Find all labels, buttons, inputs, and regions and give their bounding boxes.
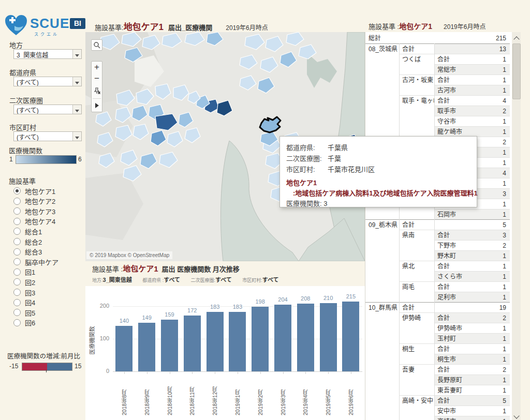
radio-icon[interactable] bbox=[13, 228, 21, 235]
radio-icon[interactable] bbox=[13, 268, 21, 276]
bar-2019年1月[interactable] bbox=[229, 312, 246, 371]
table-row[interactable]: 古河市1 bbox=[365, 85, 512, 95]
table-row[interactable]: 石岡市1 bbox=[365, 209, 512, 219]
table-row[interactable]: つくば合計1 bbox=[365, 54, 512, 64]
radio-option-脳卒中ケア[interactable]: 脳卒中ケア bbox=[13, 257, 58, 266]
radio-icon[interactable] bbox=[13, 218, 21, 225]
table-row[interactable]: 常総市1 bbox=[365, 64, 512, 74]
toolbar-expand-button[interactable] bbox=[92, 100, 102, 112]
bar-2019年5月[interactable] bbox=[320, 303, 337, 371]
table-row[interactable]: 桐生市1 bbox=[365, 354, 512, 364]
chevron-down-icon[interactable] bbox=[72, 132, 81, 141]
chevron-down-icon[interactable] bbox=[72, 50, 81, 58]
table-scrollbar-thumb[interactable] bbox=[512, 43, 521, 99]
table-row[interactable]: 長野原町1 bbox=[365, 374, 512, 385]
scroll-down-arrow[interactable] bbox=[512, 411, 520, 418]
radio-icon[interactable] bbox=[13, 289, 21, 296]
radio-icon[interactable] bbox=[13, 207, 21, 215]
chevron-down-icon[interactable] bbox=[72, 77, 81, 86]
table-row[interactable]: 取手・竜ヶ崎合計4 bbox=[365, 95, 512, 106]
table-cell-c3: 守谷市 bbox=[434, 116, 470, 126]
table-cell-c1: 総計 bbox=[365, 33, 399, 43]
radio-option-回2[interactable]: 回2 bbox=[13, 277, 35, 287]
bar-2018年9月[interactable] bbox=[138, 323, 155, 371]
bar-2019年4月[interactable] bbox=[297, 304, 314, 371]
table-row[interactable]: 高崎市1 bbox=[365, 416, 512, 420]
table-row[interactable]: 吾妻合計2 bbox=[365, 364, 512, 374]
table-row[interactable]: さくら市1 bbox=[365, 271, 512, 281]
x-tick bbox=[147, 372, 148, 374]
table-row[interactable]: 玉村町1 bbox=[365, 333, 512, 343]
map-zoom-toolbar: + − bbox=[91, 61, 102, 112]
chart-filter-value: 3_関東信越 bbox=[103, 277, 132, 283]
radio-option-回6[interactable]: 回6 bbox=[13, 318, 35, 327]
radio-icon[interactable] bbox=[13, 258, 21, 265]
table-row[interactable]: 桐生合計1 bbox=[365, 343, 512, 354]
table-row[interactable]: 伊勢崎市1 bbox=[365, 323, 512, 333]
radio-icon[interactable] bbox=[13, 198, 21, 205]
bar-2019年6月[interactable] bbox=[342, 302, 359, 371]
radio-icon[interactable] bbox=[13, 319, 21, 326]
x-tick bbox=[283, 372, 284, 374]
table-row[interactable]: 08_茨城県合計13 bbox=[365, 43, 512, 54]
radio-option-地包ケア3[interactable]: 地包ケア3 bbox=[13, 206, 55, 216]
table-row[interactable]: 東吾妻町1 bbox=[365, 385, 512, 395]
color-legend-gradient[interactable] bbox=[16, 155, 77, 164]
radio-selected-icon[interactable] bbox=[13, 187, 21, 194]
bar-2018年12月[interactable] bbox=[207, 312, 224, 371]
map-search-button[interactable] bbox=[91, 39, 102, 51]
table-row[interactable]: 龍ケ崎市1 bbox=[365, 126, 512, 137]
radio-icon[interactable] bbox=[13, 309, 21, 316]
table-row[interactable]: 下野市2 bbox=[365, 240, 512, 250]
diverging-legend-bar[interactable] bbox=[22, 363, 72, 371]
filter-zone-dropdown[interactable]: (すべて) bbox=[13, 104, 82, 114]
table-row[interactable]: 高崎・安中合計5 bbox=[365, 395, 512, 406]
bar-2018年8月[interactable] bbox=[115, 326, 132, 371]
table-panel-title: 施設基準 :地包ケア12019年6月時点 bbox=[369, 21, 485, 31]
radio-option-地包ケア1[interactable]: 地包ケア1 bbox=[13, 186, 55, 196]
radio-option-地包ケア4[interactable]: 地包ケア4 bbox=[13, 217, 55, 226]
filter-pref-dropdown[interactable]: (すべて) bbox=[13, 77, 82, 86]
table-row[interactable]: 県北合計1 bbox=[365, 261, 512, 271]
prefecture-table[interactable]: 総計21508_茨城県合計13つくば合計1常総市1古河・坂東合計1古河市1取手・… bbox=[365, 32, 512, 420]
table-row[interactable]: 伊勢崎合計2 bbox=[365, 312, 512, 323]
radio-option-総合1[interactable]: 総合1 bbox=[13, 227, 42, 236]
table-row[interactable]: 両毛合計1 bbox=[365, 281, 512, 292]
bar-2018年10月[interactable] bbox=[161, 320, 178, 371]
radio-option-総合3[interactable]: 総合3 bbox=[13, 247, 42, 257]
radio-option-回4[interactable]: 回4 bbox=[13, 298, 35, 307]
chevron-down-icon[interactable] bbox=[72, 105, 81, 114]
bar-2018年11月[interactable] bbox=[184, 316, 201, 371]
radio-option-回1[interactable]: 回1 bbox=[13, 267, 35, 277]
tooltip-pref-value: 千葉県 bbox=[328, 144, 348, 152]
table-row[interactable]: 10_群馬県合計19 bbox=[365, 302, 512, 312]
unpin-button[interactable] bbox=[92, 85, 102, 97]
radio-icon[interactable] bbox=[13, 238, 21, 245]
table-row[interactable]: 足利市1 bbox=[365, 292, 512, 302]
bar-2019年2月[interactable] bbox=[252, 307, 269, 371]
table-row[interactable]: 野木町1 bbox=[365, 250, 512, 261]
table-row[interactable]: 総計215 bbox=[365, 33, 512, 43]
zoom-in-button[interactable]: + bbox=[92, 62, 102, 73]
dashboard: SCUEL スクエル BI 施設基準:地包ケア1届出_医療機関2019年6月時点… bbox=[0, 0, 530, 420]
scroll-up-arrow[interactable] bbox=[512, 34, 520, 42]
zoom-out-button[interactable]: − bbox=[92, 73, 102, 85]
radio-icon[interactable] bbox=[13, 299, 21, 306]
bar-2019年3月[interactable] bbox=[274, 305, 291, 371]
monthly-bar-chart[interactable]: 医療機関数 01002001402018年8月1492018年9月1592018… bbox=[85, 286, 365, 420]
filter-region-dropdown[interactable]: 3_関東信越 bbox=[13, 49, 82, 59]
radio-option-回5[interactable]: 回5 bbox=[13, 308, 35, 317]
table-row[interactable]: 09_栃木県合計5 bbox=[365, 219, 512, 230]
filter-zone-value: (すべて) bbox=[14, 105, 72, 114]
table-row[interactable]: 県南合計3 bbox=[365, 230, 512, 240]
table-row[interactable]: 古河・坂東合計1 bbox=[365, 74, 512, 85]
table-row[interactable]: 守谷市1 bbox=[365, 116, 512, 126]
radio-option-地包ケア2[interactable]: 地包ケア2 bbox=[13, 197, 55, 206]
table-row[interactable]: 取手市2 bbox=[365, 106, 512, 116]
radio-icon[interactable] bbox=[13, 248, 21, 256]
radio-option-総合2[interactable]: 総合2 bbox=[13, 237, 42, 246]
table-row[interactable]: 安中市1 bbox=[365, 406, 512, 416]
radio-icon[interactable] bbox=[13, 278, 21, 286]
filter-city-dropdown[interactable]: (すべて) bbox=[13, 131, 82, 141]
radio-option-回3[interactable]: 回3 bbox=[13, 288, 35, 297]
